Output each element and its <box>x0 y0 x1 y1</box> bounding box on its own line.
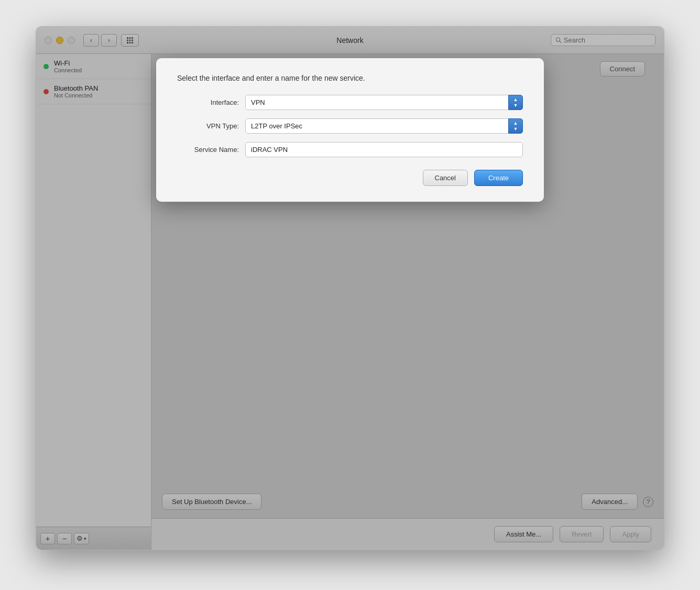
service-name-row: Service Name: <box>177 142 523 157</box>
vpn-arrow-down-icon: ▼ <box>513 127 518 132</box>
vpn-type-select-wrapper: L2TP over IPSec ▲ ▼ <box>245 118 523 134</box>
new-service-modal: Select the interface and enter a name fo… <box>156 58 544 202</box>
service-name-input[interactable] <box>245 142 523 157</box>
modal-overlay: Select the interface and enter a name fo… <box>36 27 664 550</box>
modal-buttons: Cancel Create <box>177 170 523 186</box>
interface-select-arrow[interactable]: ▲ ▼ <box>508 95 523 110</box>
vpn-type-select[interactable]: L2TP over IPSec <box>245 118 523 134</box>
network-window: ‹ › Network <box>36 26 664 550</box>
vpn-arrow-up-icon: ▲ <box>513 121 518 126</box>
arrow-down-icon: ▼ <box>513 103 518 108</box>
service-name-label: Service Name: <box>177 146 245 154</box>
vpn-type-select-arrow[interactable]: ▲ ▼ <box>508 118 523 134</box>
interface-select-wrapper: VPN ▲ ▼ <box>245 95 523 110</box>
create-button[interactable]: Create <box>474 170 523 186</box>
modal-description: Select the interface and enter a name fo… <box>177 74 523 82</box>
arrow-up-icon: ▲ <box>513 97 518 102</box>
vpn-type-row: VPN Type: L2TP over IPSec ▲ ▼ <box>177 118 523 134</box>
interface-select[interactable]: VPN <box>245 95 523 110</box>
interface-label: Interface: <box>177 99 245 106</box>
vpn-type-label: VPN Type: <box>177 122 245 130</box>
cancel-button[interactable]: Cancel <box>423 170 468 186</box>
interface-row: Interface: VPN ▲ ▼ <box>177 95 523 110</box>
